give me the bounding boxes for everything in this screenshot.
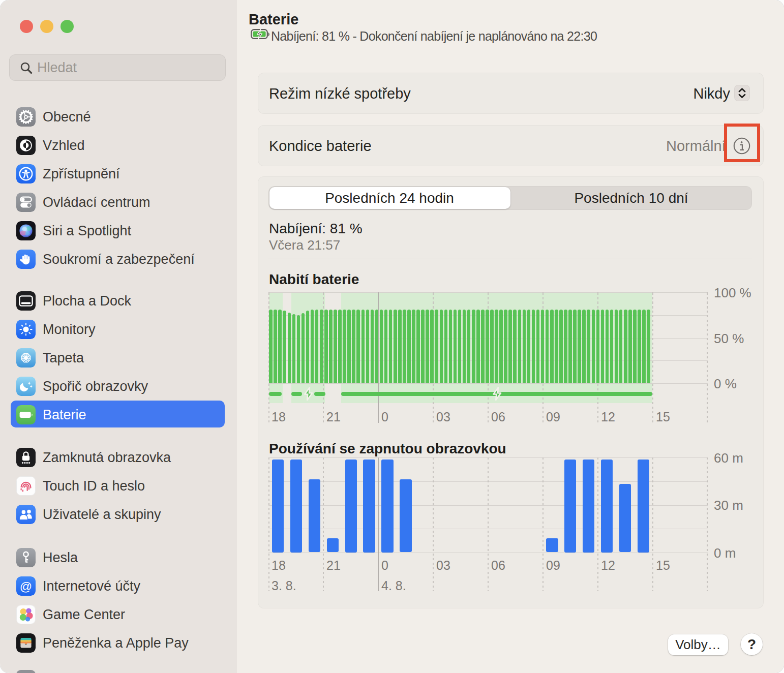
svg-text:@: @ (20, 579, 32, 593)
